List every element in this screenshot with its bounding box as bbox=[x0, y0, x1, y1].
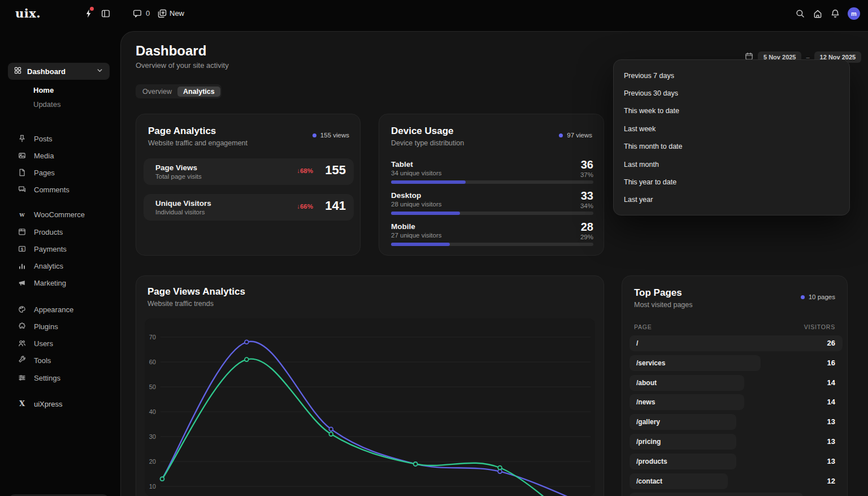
preset-last-month[interactable]: Last month bbox=[624, 156, 709, 173]
chevron-down-icon bbox=[96, 66, 104, 77]
home-icon[interactable] bbox=[813, 8, 823, 19]
sidebar-item-pages[interactable]: Pages bbox=[8, 164, 110, 181]
sidebar-item-updates[interactable]: Updates bbox=[33, 100, 60, 109]
tab-analytics[interactable]: Analytics bbox=[177, 87, 220, 97]
sidebar-item-plugins[interactable]: Plugins bbox=[8, 318, 110, 335]
table-row--news[interactable]: /news bbox=[630, 394, 744, 410]
visitors-value: 26 bbox=[813, 339, 835, 347]
sidebar-item-label: Plugins bbox=[34, 322, 58, 331]
stat-row-page-views: Page Views Total page visits ↓68% 155 bbox=[144, 158, 354, 185]
sidebar-item-uixpress[interactable]: XuiXpress bbox=[8, 395, 110, 412]
column-header-visitors: VISITORS bbox=[804, 324, 835, 330]
visitors-value: 13 bbox=[813, 417, 835, 426]
sidebar-item-payments[interactable]: $Payments bbox=[8, 240, 110, 257]
sidebar-item-label: Marketing bbox=[34, 279, 66, 287]
sidebar-item-appearance[interactable]: Appearance bbox=[8, 301, 110, 318]
sidebar-item-users[interactable]: Users bbox=[8, 335, 110, 352]
sidebar: Dashboard Home Updates PostsMediaPagesCo… bbox=[0, 27, 120, 496]
card-title: Page Analytics bbox=[148, 126, 216, 137]
visitors-value: 16 bbox=[813, 359, 835, 367]
table-row--gallery[interactable]: /gallery bbox=[630, 414, 736, 430]
line-chart: 70605040302010 bbox=[145, 318, 595, 496]
stat-delta: ↓68% bbox=[297, 167, 313, 174]
woo-icon: w bbox=[18, 210, 27, 219]
settings-icon bbox=[18, 373, 27, 382]
column-header-page: PAGE bbox=[634, 324, 652, 330]
payments-icon: $ bbox=[18, 244, 27, 253]
sidebar-toggle-icon[interactable] bbox=[101, 8, 111, 19]
sidebar-item-label: uiXpress bbox=[34, 400, 63, 408]
table-row--about[interactable]: /about bbox=[630, 375, 744, 391]
sidebar-item-products[interactable]: Products bbox=[8, 223, 110, 240]
preset-last-year[interactable]: Last year bbox=[624, 191, 709, 209]
stat-label: Page Views bbox=[155, 163, 197, 172]
svg-text:X: X bbox=[19, 399, 25, 408]
pin-icon bbox=[18, 134, 27, 143]
preset-this-week-to-date[interactable]: This week to date bbox=[624, 102, 709, 120]
table-row-home[interactable]: / bbox=[630, 335, 843, 351]
device-row-tablet: Tablet34 unique visitors3637% bbox=[391, 160, 593, 188]
search-icon[interactable] bbox=[795, 8, 805, 19]
page-path: /products bbox=[636, 458, 667, 465]
sidebar-item-analytics[interactable]: Analytics bbox=[8, 257, 110, 274]
preset-this-year-to-date[interactable]: This year to date bbox=[624, 173, 709, 191]
tools-icon bbox=[18, 356, 27, 365]
sidebar-item-posts[interactable]: Posts bbox=[8, 130, 110, 147]
table-row--services[interactable]: /services bbox=[630, 355, 761, 371]
preset-previous-30-days[interactable]: Previous 30 days bbox=[624, 84, 709, 102]
svg-text:10: 10 bbox=[149, 483, 156, 490]
sidebar-item-media[interactable]: Media bbox=[8, 147, 110, 164]
preset-last-week[interactable]: Last week bbox=[624, 120, 709, 137]
app-logo[interactable]: uix. bbox=[15, 6, 41, 20]
comments-bubble-icon[interactable] bbox=[132, 8, 142, 19]
sidebar-item-home[interactable]: Home bbox=[33, 86, 54, 94]
new-button[interactable]: New bbox=[170, 9, 184, 18]
top-bar: uix. 0 New m bbox=[0, 0, 868, 27]
table-row--pricing[interactable]: /pricing bbox=[630, 434, 736, 450]
table-row--contact[interactable]: /contact bbox=[630, 473, 728, 489]
page-path: /pricing bbox=[636, 438, 661, 446]
legend-dot-icon bbox=[313, 133, 316, 137]
svg-text:50: 50 bbox=[149, 383, 156, 390]
device-sublabel: 27 unique visitors bbox=[391, 232, 442, 239]
sidebar-item-label: Appearance bbox=[34, 305, 73, 314]
card-subtitle: Most visited pages bbox=[634, 301, 693, 309]
card-subtitle: Website traffic and engagement bbox=[148, 139, 248, 147]
sidebar-dashboard-button[interactable]: Dashboard bbox=[8, 63, 110, 80]
stat-delta: ↓66% bbox=[297, 203, 313, 210]
device-value: 28 bbox=[581, 221, 593, 234]
sidebar-item-settings[interactable]: Settings bbox=[8, 369, 110, 386]
device-row-mobile: Mobile27 unique visitors2829% bbox=[391, 222, 593, 251]
preset-previous-7-days[interactable]: Previous 7 days bbox=[624, 67, 709, 84]
bell-icon[interactable] bbox=[830, 8, 840, 19]
preset-this-month-to-date[interactable]: This month to date bbox=[624, 138, 709, 156]
stat-sublabel: Individual visitors bbox=[155, 209, 205, 215]
analytics-icon bbox=[18, 261, 27, 270]
media-icon bbox=[18, 151, 27, 160]
device-percent: 37% bbox=[580, 171, 593, 178]
device-progress-fill bbox=[391, 243, 450, 246]
sidebar-item-woocommerce[interactable]: wWooCommerce bbox=[8, 206, 110, 223]
device-progress-fill bbox=[391, 212, 460, 215]
user-avatar[interactable]: m bbox=[848, 7, 860, 20]
sidebar-item-comments[interactable]: Comments bbox=[8, 181, 110, 198]
device-progress-track bbox=[391, 212, 593, 215]
table-row-partial[interactable] bbox=[630, 493, 803, 496]
comments-count: 0 bbox=[146, 9, 150, 18]
sidebar-item-marketing[interactable]: Marketing bbox=[8, 274, 110, 291]
sidebar-item-tools[interactable]: Tools bbox=[8, 352, 110, 369]
page-subtitle: Overview of your site activity bbox=[136, 61, 229, 70]
device-progress-track bbox=[391, 243, 593, 246]
card-title: Device Usage bbox=[391, 126, 454, 137]
tab-overview[interactable]: Overview bbox=[137, 87, 177, 97]
table-row--products[interactable]: /products bbox=[630, 454, 736, 469]
visitors-value: 13 bbox=[813, 457, 835, 465]
sidebar-item-label: WooCommerce bbox=[34, 210, 85, 219]
chart-card-subtitle: Website traffic trends bbox=[147, 300, 214, 308]
new-content-icon[interactable] bbox=[157, 8, 167, 19]
page-title: Dashboard bbox=[136, 43, 206, 59]
date-range-popover: Previous 7 daysPrevious 30 daysThis week… bbox=[613, 59, 850, 215]
sidebar-item-label: Products bbox=[34, 228, 63, 236]
sidebar-item-label: Payments bbox=[34, 245, 67, 253]
stat-value: 141 bbox=[325, 199, 346, 213]
